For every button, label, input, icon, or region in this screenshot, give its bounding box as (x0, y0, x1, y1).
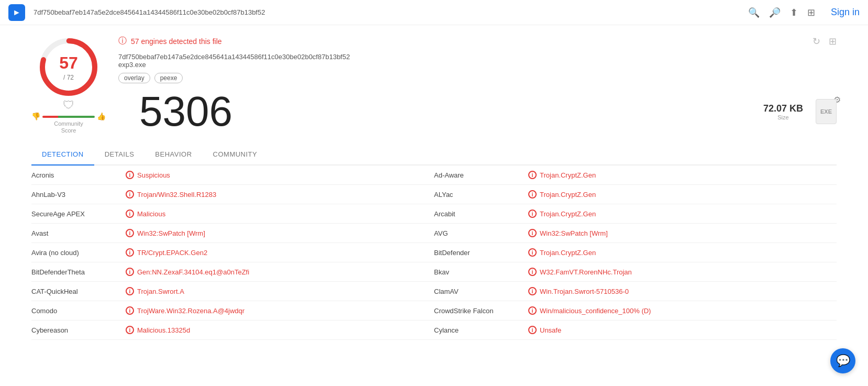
total-count: / 72 (63, 74, 74, 81)
detection-label: TR/Crypt.EPACK.Gen2 (137, 249, 207, 257)
big-number: 5306 (139, 87, 232, 136)
detection-row: SecureAge APEXiMalicious (31, 204, 434, 224)
engine-name: Avira (no cloud) (31, 249, 126, 257)
search-icon[interactable]: 🔎 (769, 7, 781, 18)
detection-label: Unsafe (540, 326, 561, 334)
detection-result: iTrojan.CryptZ.Gen (528, 209, 837, 218)
engine-name: BitDefenderTheta (31, 268, 126, 276)
alert-circle-icon: i (126, 229, 134, 237)
engine-name: Bkav (434, 268, 528, 276)
file-size: 72.07 KB (763, 103, 803, 114)
detection-label: Trojan/Win32.Shell.R1283 (137, 191, 216, 198)
detection-result: iSuspicious (126, 171, 434, 179)
alert-row: ⓘ 57 engines detected this file (118, 36, 350, 47)
alert-circle-icon: i (528, 209, 537, 218)
header-info-block: ⓘ 57 engines detected this file 7df750be… (106, 36, 837, 136)
detection-row: ClamAViWin.Trojan.Swrort-5710536-0 (434, 282, 837, 301)
file-hash: 7df750bebaf7eb147a5e2dce845641a14344586f… (118, 53, 350, 61)
tab-details[interactable]: DETAILS (94, 144, 145, 166)
detection-row: AVGiWin32:SwPatch [Wrm] (434, 224, 837, 243)
tabs-row: DETECTION DETAILS BEHAVIOR COMMUNITY (31, 144, 837, 166)
detection-row: CrowdStrike FalconiWin/malicious_confide… (434, 301, 837, 321)
tag-peexe[interactable]: peexe (154, 73, 183, 83)
detection-result: iUnsafe (528, 326, 837, 334)
engine-name: Cylance (434, 326, 528, 334)
detection-row: CAT-QuickHealiTrojan.Swrort.A (31, 282, 434, 301)
alert-circle-icon: i (528, 268, 537, 276)
detection-result: iMalicious.13325d (126, 326, 434, 334)
alert-circle-icon: i (126, 209, 134, 218)
gauge-container: 57 / 72 🛡 👎 👍 Community Score (31, 36, 106, 134)
detection-label: Suspicious (137, 171, 170, 179)
alert-circle-icon: i (126, 248, 134, 257)
detection-col-right: Ad-AwareiTrojan.CryptZ.GenALYaciTrojan.C… (434, 166, 837, 340)
refresh-icon[interactable]: ↻ (813, 36, 820, 47)
alert-circle-icon: i (528, 248, 537, 257)
detection-label: Trojan.CryptZ.Gen (540, 210, 596, 218)
file-hash-topbar: 7df750bebaf7eb147a5e2dce845641a14344586f… (34, 8, 748, 16)
detection-row: AvastiWin32:SwPatch [Wrm] (31, 224, 434, 243)
engine-name: Avast (31, 229, 126, 237)
engine-name: Cybereason (31, 326, 126, 334)
exe-icon-body: EXE (816, 99, 837, 124)
engine-name: CAT-QuickHeal (31, 288, 126, 295)
alert-circle-icon: i (126, 268, 134, 276)
detection-result: iTrojan.CryptZ.Gen (528, 171, 837, 179)
engine-name: ClamAV (434, 288, 528, 295)
alert-circle-icon: i (126, 287, 134, 295)
main-content: 57 / 72 🛡 👎 👍 Community Score (0, 25, 868, 350)
search-outline-icon[interactable]: 🔍 (748, 7, 760, 18)
alert-circle-icon: i (528, 306, 537, 315)
detection-result: iTR/Crypt.EPACK.Gen2 (126, 248, 434, 257)
alert-icon: ⓘ (118, 36, 127, 47)
engine-name: SecureAge APEX (31, 210, 126, 218)
score-bar-row: 👎 👍 (31, 112, 106, 120)
topbar-icons: 🔍 🔎 ⬆ ⊞ Sign in (748, 7, 860, 18)
detection-label: Win32:SwPatch [Wrm] (137, 229, 205, 237)
alert-circle-icon: i (126, 190, 134, 198)
tab-community[interactable]: COMMUNITY (203, 144, 268, 166)
alert-circle-icon: i (528, 229, 537, 237)
detection-result: iGen:NN.ZexaF.34104.eq1@a0nTeZfi (126, 268, 434, 276)
detection-row: CylanceiUnsafe (434, 321, 837, 340)
detection-label: Malicious.13325d (137, 326, 190, 334)
detection-result: iTrojan.Swrort.A (126, 287, 434, 295)
file-meta: 72.07 KB Size ⚙ EXE (763, 99, 837, 124)
engine-name: Acronis (31, 171, 126, 179)
alert-circle-icon: i (528, 190, 537, 198)
alert-text: 57 engines detected this file (131, 37, 222, 46)
engine-name: BitDefender (434, 249, 528, 257)
file-name: exp3.exe (118, 61, 350, 69)
score-bar-track (42, 116, 95, 118)
detection-result: iWin32:SwPatch [Wrm] (126, 229, 434, 237)
big-number-row: 5306 72.07 KB Size ⚙ EXE (118, 87, 837, 136)
gauge-wrapper: 57 / 72 (37, 36, 100, 98)
qr-icon[interactable]: ⊞ (829, 36, 837, 47)
detection-label: Win32:SwPatch [Wrm] (540, 229, 608, 237)
detection-result: iMalicious (126, 209, 434, 218)
topbar: ► 7df750bebaf7eb147a5e2dce845641a1434458… (0, 0, 868, 25)
tab-detection[interactable]: DETECTION (31, 144, 94, 166)
tag-overlay[interactable]: overlay (118, 73, 150, 83)
signin-button[interactable]: Sign in (831, 7, 860, 18)
upload-icon[interactable]: ⬆ (790, 7, 798, 18)
thumbs-up-icon: 👍 (97, 112, 106, 120)
detection-row: BkaviW32.FamVT.RorenNHc.Trojan (434, 262, 837, 282)
detection-result: iTrojan/Win32.Shell.R1283 (126, 190, 434, 198)
engine-name: CrowdStrike Falcon (434, 307, 528, 315)
detection-result: iTrojan.CryptZ.Gen (528, 248, 837, 257)
shield-icon: 🛡 (63, 98, 74, 112)
exe-label: EXE (820, 108, 832, 115)
detection-col-left: AcronisiSuspiciousAhnLab-V3iTrojan/Win32… (31, 166, 434, 340)
logo-icon[interactable]: ► (8, 4, 25, 21)
detection-result: iWin.Trojan.Swrort-5710536-0 (528, 287, 837, 295)
thumbs-down-icon: 👎 (31, 112, 40, 120)
detection-label: Malicious (137, 210, 165, 218)
header-row: 57 / 72 🛡 👎 👍 Community Score (31, 36, 837, 136)
tab-behavior[interactable]: BEHAVIOR (144, 144, 202, 166)
detection-label: TrojWare.Win32.Rozena.A@4jwdqr (137, 307, 244, 315)
exe-icon-wrapper: ⚙ EXE (816, 99, 837, 124)
alert-info: ⓘ 57 engines detected this file 7df750be… (118, 36, 350, 83)
grid-icon[interactable]: ⊞ (807, 7, 815, 18)
detection-row: Ad-AwareiTrojan.CryptZ.Gen (434, 166, 837, 185)
